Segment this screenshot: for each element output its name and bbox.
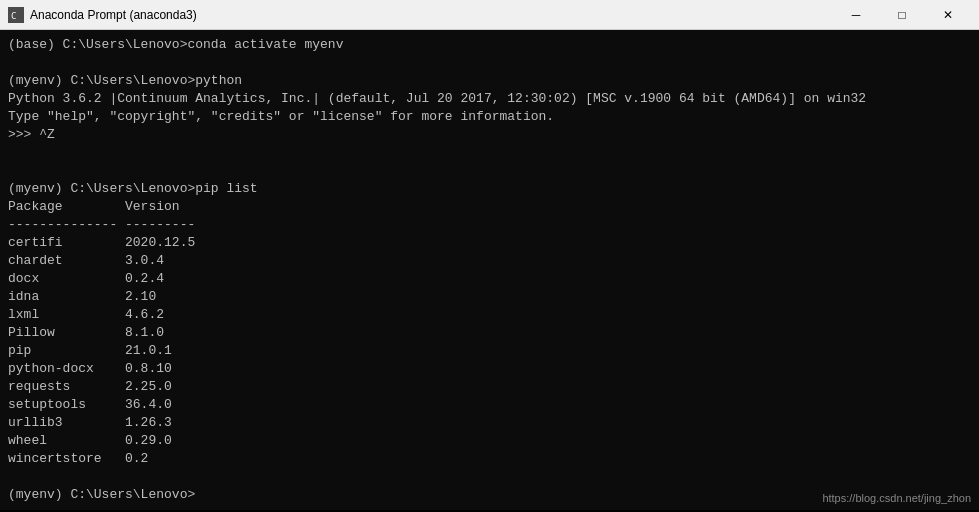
terminal-line: lxml 4.6.2 xyxy=(8,306,971,324)
window-controls: ─ □ ✕ xyxy=(833,0,971,30)
window: C Anaconda Prompt (anaconda3) ─ □ ✕ (bas… xyxy=(0,0,979,510)
terminal-line: Type "help", "copyright", "credits" or "… xyxy=(8,108,971,126)
terminal-line: python-docx 0.8.10 xyxy=(8,360,971,378)
minimize-button[interactable]: ─ xyxy=(833,0,879,30)
terminal-line: requests 2.25.0 xyxy=(8,378,971,396)
terminal-line xyxy=(8,162,971,180)
terminal-line: wheel 0.29.0 xyxy=(8,432,971,450)
terminal-line: Package Version xyxy=(8,198,971,216)
title-bar: C Anaconda Prompt (anaconda3) ─ □ ✕ xyxy=(0,0,979,30)
maximize-button[interactable]: □ xyxy=(879,0,925,30)
terminal-icon: C xyxy=(8,7,24,23)
terminal-line: (myenv) C:\Users\Lenovo>python xyxy=(8,72,971,90)
terminal-line: >>> ^Z xyxy=(8,126,971,144)
terminal-line: idna 2.10 xyxy=(8,288,971,306)
terminal[interactable]: (base) C:\Users\Lenovo>conda activate my… xyxy=(0,30,979,510)
terminal-line: setuptools 36.4.0 xyxy=(8,396,971,414)
window-title: Anaconda Prompt (anaconda3) xyxy=(30,8,197,22)
title-bar-left: C Anaconda Prompt (anaconda3) xyxy=(8,7,197,23)
terminal-line: (base) C:\Users\Lenovo>conda activate my… xyxy=(8,36,971,54)
terminal-line: chardet 3.0.4 xyxy=(8,252,971,270)
terminal-line: wincertstore 0.2 xyxy=(8,450,971,468)
terminal-line: pip 21.0.1 xyxy=(8,342,971,360)
terminal-line: certifi 2020.12.5 xyxy=(8,234,971,252)
terminal-line: docx 0.2.4 xyxy=(8,270,971,288)
svg-text:C: C xyxy=(11,11,16,21)
terminal-line xyxy=(8,54,971,72)
terminal-line: (myenv) C:\Users\Lenovo>pip list xyxy=(8,180,971,198)
terminal-line: Python 3.6.2 |Continuum Analytics, Inc.|… xyxy=(8,90,971,108)
terminal-line: Pillow 8.1.0 xyxy=(8,324,971,342)
terminal-line xyxy=(8,468,971,486)
terminal-line: -------------- --------- xyxy=(8,216,971,234)
terminal-line xyxy=(8,144,971,162)
watermark: https://blog.csdn.net/jing_zhon xyxy=(822,492,971,504)
terminal-line: urllib3 1.26.3 xyxy=(8,414,971,432)
close-button[interactable]: ✕ xyxy=(925,0,971,30)
